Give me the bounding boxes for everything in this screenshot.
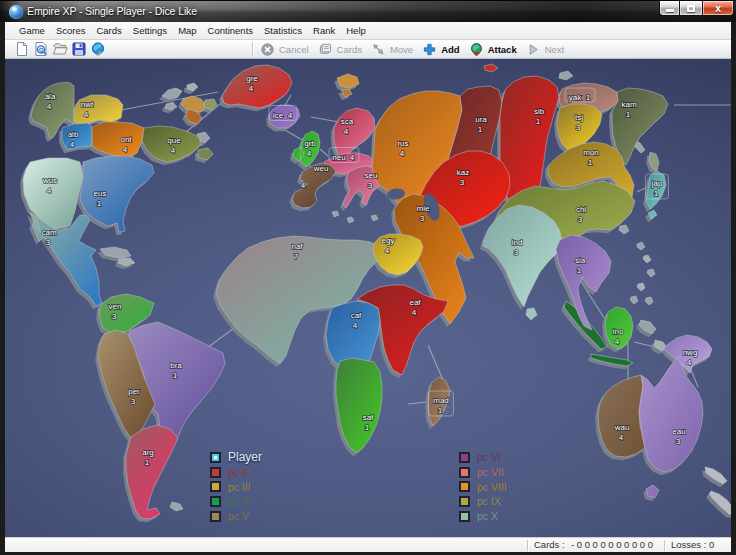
next-button[interactable]: Next — [523, 41, 571, 58]
territory-eau[interactable] — [639, 357, 703, 498]
cancel-button[interactable]: Cancel — [257, 41, 315, 58]
territory-label: cam — [41, 228, 56, 237]
menu-item-rank[interactable]: Rank — [308, 23, 341, 38]
island — [526, 308, 537, 320]
territory-arg[interactable] — [126, 425, 178, 519]
territory-label: bra — [170, 361, 182, 370]
menu-item-statistics[interactable]: Statistics — [259, 23, 308, 38]
add-button[interactable]: Add — [419, 41, 465, 58]
save-icon[interactable] — [70, 41, 87, 57]
territory-armies: 1 — [173, 371, 178, 380]
territory-label: ind — [512, 238, 523, 247]
window-title: Empire XP - Single Player - Dice Like — [27, 5, 197, 17]
island — [162, 88, 182, 99]
adjacency-line — [285, 130, 304, 141]
player-name: pc VI — [477, 451, 501, 463]
menu-item-cards[interactable]: Cards — [91, 23, 127, 38]
territory-armies: 1 — [577, 266, 582, 275]
territory-armies: 1 — [478, 125, 483, 134]
map-area[interactable]: ala4nwt4alb4ont4que4gre4wus4eus1cam3ven3… — [5, 59, 731, 537]
territory-armies: 1 — [586, 93, 591, 102]
maximize-button[interactable] — [680, 1, 702, 16]
territory-label: wau — [614, 423, 630, 432]
territory-armies: 3 — [676, 437, 681, 446]
toolbar-button-label: Attack — [488, 44, 517, 55]
player-color-swatch — [210, 481, 221, 492]
territory-armies: 4 — [84, 110, 89, 119]
player-name: pc VIII — [477, 481, 507, 493]
territory-label: kaz — [457, 168, 469, 177]
add-plus-icon — [422, 42, 437, 57]
move-button[interactable]: Move — [368, 41, 419, 58]
territory-label: wus — [42, 176, 57, 185]
territory-armies: 1 — [145, 458, 150, 467]
territory-armies: 3 — [514, 248, 519, 257]
legend-row-player: Player — [210, 450, 262, 465]
adjacency-line — [637, 188, 645, 192]
cards-button[interactable]: Cards — [315, 41, 368, 58]
territory-gre[interactable] — [222, 65, 292, 108]
territory-label: ino — [613, 327, 624, 336]
menu-item-scores[interactable]: Scores — [50, 23, 91, 38]
territory-label: weu — [313, 164, 329, 173]
legend-row-pc-ii: pc II — [210, 465, 262, 480]
territory-label: tsj — [575, 113, 583, 122]
open-folder-icon[interactable] — [51, 41, 68, 57]
adjacency-line — [320, 149, 328, 156]
player-name: pc III — [228, 481, 251, 493]
adjacency-line — [408, 402, 427, 404]
player-color-swatch — [459, 511, 470, 522]
island — [647, 269, 655, 277]
territory-label: ala — [45, 92, 56, 101]
territory-wau[interactable] — [598, 375, 645, 457]
player-color-swatch — [210, 452, 221, 463]
territory-kam[interactable] — [612, 88, 668, 165]
legend-row-pc-vi: pc VI — [459, 450, 507, 465]
island — [559, 71, 573, 80]
territory-armies: 4 — [385, 246, 390, 255]
legend-row-pc-v: pc V — [210, 509, 262, 524]
territory-armies: 4 — [301, 181, 306, 190]
new-document-icon[interactable] — [13, 41, 30, 57]
territory-label: seu — [365, 171, 378, 180]
menu-item-map[interactable]: Map — [173, 23, 202, 38]
toolbar-button-label: Cards — [337, 44, 362, 55]
territory-armies: 4 — [307, 149, 312, 158]
move-icon — [371, 42, 386, 57]
print-preview-icon[interactable]: Q — [32, 41, 49, 57]
territory-armies: 3 — [46, 238, 51, 247]
territory-wus[interactable] — [23, 158, 83, 229]
territory-label: eaf — [409, 298, 421, 307]
world-icon[interactable] — [89, 41, 106, 57]
territory-armies: 4 — [70, 140, 75, 149]
menu-item-help[interactable]: Help — [341, 23, 372, 38]
title-bar: Empire XP - Single Player - Dice Like x — [0, 0, 736, 22]
territory-label: naf — [291, 242, 303, 251]
next-play-icon — [526, 42, 541, 57]
territory-armies: 1 — [438, 406, 443, 415]
toolbar-button-label: Next — [545, 44, 565, 55]
island — [619, 225, 629, 234]
menu-item-continents[interactable]: Continents — [202, 23, 258, 38]
territory-armies: 4 — [687, 358, 692, 367]
island — [630, 296, 638, 304]
minimize-button[interactable] — [659, 1, 680, 16]
territory-label: mie — [417, 204, 430, 213]
attack-globe-icon — [469, 42, 484, 57]
menu-item-settings[interactable]: Settings — [127, 23, 172, 38]
territory-armies: 3 — [420, 214, 425, 223]
island — [332, 211, 339, 217]
close-button[interactable]: x — [702, 1, 734, 16]
territory-armies: 4 — [400, 149, 405, 158]
territory-label: caf — [351, 311, 362, 320]
losses-value: 0 — [709, 539, 714, 550]
menu-item-game[interactable]: Game — [14, 23, 51, 38]
territory-armies: 4 — [171, 146, 176, 155]
attack-button[interactable]: Attack — [466, 41, 523, 58]
island — [643, 255, 651, 263]
player-name: pc VII — [477, 466, 504, 478]
player-color-swatch — [459, 496, 470, 507]
territory-armies: 1 — [654, 189, 659, 198]
app-globe-icon — [9, 5, 23, 19]
territory-armies: 4 — [350, 153, 355, 162]
